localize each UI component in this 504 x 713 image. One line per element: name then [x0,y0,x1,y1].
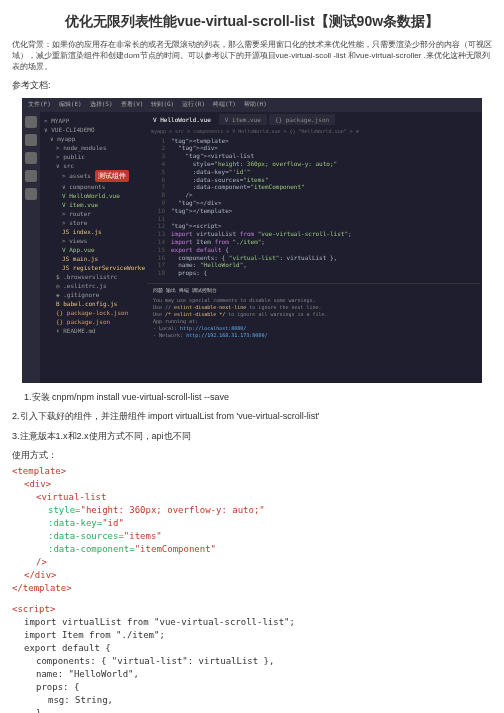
search-icon [25,134,37,146]
file-tree: > MYAPP ∨ VUE-CLI4DEMO ∨ myapp> node_mod… [40,112,145,383]
cs-l19: }, [12,707,492,713]
step-3: 3.注意版本1.x和2.x使用方式不同，api也不同 [12,430,492,444]
vscode-menubar: 文件(F) 编辑(E) 选择(S) 查看(V) 转到(G) 运行(R) 终端(T… [22,98,482,112]
menu-file: 文件(F) [28,100,51,109]
code-line: 4 style="height: 360px; overflow-y: auto… [151,160,476,168]
code-line: 14import Item from "./item"; [151,238,476,246]
code-line: 7 :data-component="itemComponent" [151,183,476,191]
editor-tabs: V HelloWorld.vue V item.vue {} package.j… [147,114,480,125]
git-icon [25,152,37,164]
code-line: 12"tag"><script> [151,222,476,230]
cs-l17: props: { [12,681,492,694]
menu-edit: 编辑(E) [59,100,82,109]
tree-item: JS registerServiceWorker.js [42,263,143,272]
code-sample: <template> <div> <virtual-list style="he… [12,465,492,713]
cs-l12: import virtualList from "vue-virtual-scr… [12,616,492,629]
cs-l9: </div> [12,569,492,582]
term-tabs: 问题 输出 终端 调试控制台 [153,287,474,294]
code-line: 15export default { [151,246,476,254]
term-line: - Network: http://192.168.31.173:8080/ [153,332,474,339]
page-title: 优化无限列表性能vue-virtual-scroll-list【测试90w条数据… [12,13,492,31]
reference-label: 参考文档: [12,79,492,92]
tree-item: ∨ src [42,161,143,170]
tree-item: ◎ .eslintrc.js [42,281,143,290]
tab-item: V item.vue [219,114,267,125]
code-editor: 1"tag"><template>2 "tag"><div>3 "tag"><v… [147,135,480,279]
menu-goto: 转到(G) [151,100,174,109]
cs-key-val: "id" [102,518,124,528]
code-line: 16 components: { "virtual-list": virtual… [151,254,476,262]
tree-item: ⬇ README.md [42,326,143,335]
cs-l13: import Item from "./item"; [12,629,492,642]
code-line: 13import virtualList from "vue-virtual-s… [151,230,476,238]
cs-src-attr: :data-sources= [48,531,124,541]
cs-l1: <template> [12,465,492,478]
cs-l3: <virtual-list [12,491,492,504]
tree-item: V App.vue [42,245,143,254]
tree-item: $ .browserslistrc [42,272,143,281]
tree-folder: ∨ VUE-CLI4DEMO [42,125,143,134]
code-line: 10"tag"></template> [151,207,476,215]
cs-style-val: "height: 360px; overflow-y: auto;" [81,505,265,515]
tree-item: {} package.json [42,317,143,326]
explorer-icon [25,116,37,128]
term-line: You may use special comments to disable … [153,297,474,304]
term-line: Use // eslint-disable-next-line to ignor… [153,304,474,311]
menu-help: 帮助(H) [244,100,267,109]
tree-item: B babel.config.js [42,299,143,308]
code-line: 9 "tag"></div> [151,199,476,207]
tree-item: ∨ myapp [42,134,143,143]
code-line: 3 "tag"><virtual-list [151,152,476,160]
debug-icon [25,170,37,182]
menu-run: 运行(R) [182,100,205,109]
menu-terminal: 终端(T) [213,100,236,109]
tree-item: JS index.js [42,227,143,236]
menu-view: 查看(V) [121,100,144,109]
tree-item: > node_modules [42,143,143,152]
code-line: 18 props: { [151,269,476,277]
term-line: - Local: http://localhost:8080/ [153,325,474,332]
editor-area: V HelloWorld.vue V item.vue {} package.j… [145,112,482,383]
code-line: 8 /> [151,191,476,199]
terminal-panel: 问题 输出 终端 调试控制台 You may use special comme… [147,283,480,342]
step-4: 使用方式： [12,449,492,463]
step-1: 1.安装 cnpm/npm install vue-virtual-scroll… [12,391,492,405]
breadcrumb: myapp > src > components > V HelloWorld.… [147,127,480,135]
cs-l11: <script> [12,603,492,616]
activity-bar [22,112,40,383]
step-2: 2.引入下载好的组件，并注册组件 import virtualList from… [12,410,492,424]
tree-item: V HelloWorld.vue [42,191,143,200]
cs-comp-val: "itemComponent" [135,544,216,554]
code-line: 1"tag"><template> [151,137,476,145]
cs-src-val: "items" [124,531,162,541]
code-line: 5 :data-key="'id'" [151,168,476,176]
code-line: 2 "tag"><div> [151,144,476,152]
cs-l14: export default { [12,642,492,655]
code-line: 11 [151,215,476,223]
tree-item: JS main.js [42,254,143,263]
menu-select: 选择(S) [90,100,113,109]
ext-icon [25,188,37,200]
term-line: Use /* eslint-disable */ to ignore all w… [153,311,474,318]
cs-key-attr: :data-key= [48,518,102,528]
tab-hello: V HelloWorld.vue [147,114,217,125]
tree-item: ∨ components [42,182,143,191]
tree-item: {} package-lock.json [42,308,143,317]
cs-l16: name: "HelloWorld", [12,668,492,681]
cs-l15: components: { "virtual-list": virtualLis… [12,655,492,668]
tree-item: > assets测试组件 [42,170,143,183]
tree-item: ◈ .gitignore [42,290,143,299]
vscode-screenshot: 文件(F) 编辑(E) 选择(S) 查看(V) 转到(G) 运行(R) 终端(T… [22,98,482,383]
code-line: 6 :data-sources="items" [151,176,476,184]
cs-l18: msg: String, [12,694,492,707]
tree-item: > public [42,152,143,161]
code-line: 17 name: "HelloWorld", [151,261,476,269]
cs-l2: <div> [12,478,492,491]
cs-l8: /> [12,556,492,569]
tab-pkg: {} package.json [269,114,335,125]
intro-text: 优化背景：如果你的应用存在非常长的或者无限滚动的列表，那么需要采用窗口化的技术来… [12,39,492,73]
cs-l10: </template> [12,582,492,595]
term-line: App running at: [153,318,474,325]
cs-style-attr: style= [48,505,81,515]
tree-root: > MYAPP [42,116,143,125]
